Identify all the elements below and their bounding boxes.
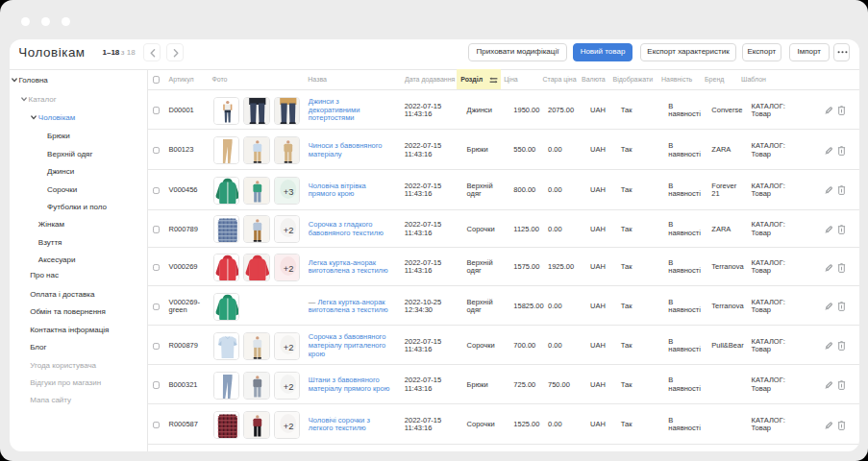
svg-text:+2: +2 [283, 421, 293, 431]
svg-text:+3: +3 [283, 186, 293, 197]
svg-text:+2: +2 [283, 263, 293, 274]
svg-text:+2: +2 [283, 225, 293, 235]
svg-text:+2: +2 [283, 342, 293, 352]
svg-text:+2: +2 [283, 380, 293, 391]
